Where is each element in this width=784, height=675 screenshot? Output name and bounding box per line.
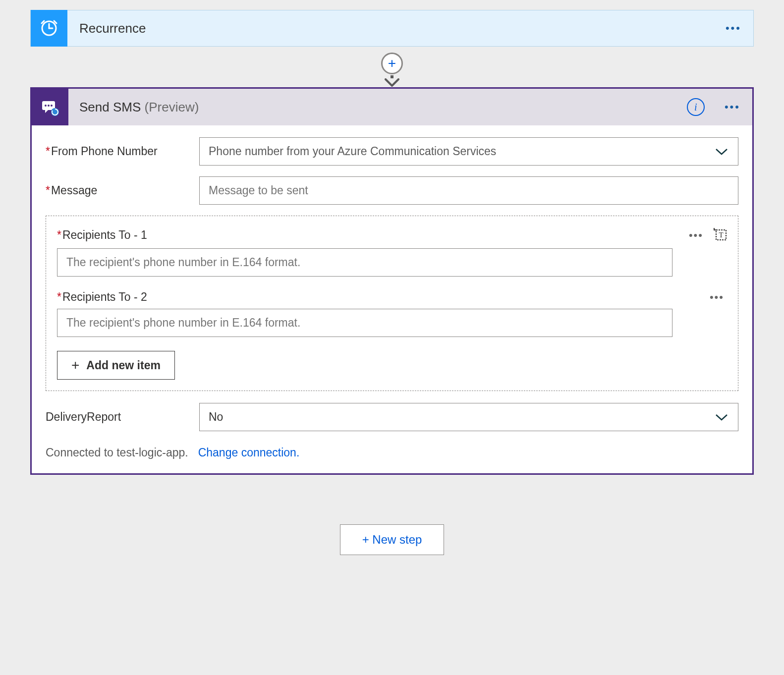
- connected-to-text: Connected to test-logic-app.: [46, 446, 188, 459]
- message-row: *Message: [46, 176, 738, 205]
- recurrence-title: Recurrence: [67, 21, 714, 36]
- send-sms-header[interactable]: Send SMS (Preview) i •••: [32, 89, 752, 125]
- connection-footer: Connected to test-logic-app. Change conn…: [46, 446, 738, 459]
- sms-icon-box: [32, 89, 68, 125]
- arrow-down-icon: [385, 78, 399, 87]
- from-phone-placeholder: Phone number from your Azure Communicati…: [209, 145, 496, 158]
- switch-array-icon[interactable]: T: [713, 227, 727, 243]
- chevron-down-icon: [715, 413, 728, 421]
- recipient-2-input[interactable]: [57, 309, 672, 337]
- recipient-2-label: *Recipients To - 2: [57, 290, 707, 304]
- change-connection-link[interactable]: Change connection.: [198, 446, 300, 459]
- delivery-report-row: DeliveryReport No: [46, 403, 738, 431]
- svg-point-8: [51, 105, 53, 107]
- new-step-wrap: + New step: [30, 524, 754, 555]
- from-phone-label: *From Phone Number: [46, 145, 199, 158]
- svg-text:T: T: [719, 231, 723, 239]
- message-label: *Message: [46, 184, 199, 197]
- send-sms-title: Send SMS (Preview): [68, 100, 687, 115]
- delivery-report-label: DeliveryReport: [46, 410, 199, 424]
- recipient-1-more-icon[interactable]: •••: [686, 229, 706, 242]
- sms-icon: [40, 97, 60, 117]
- send-sms-title-text: Send SMS: [79, 100, 141, 114]
- from-phone-select[interactable]: Phone number from your Azure Communicati…: [199, 137, 738, 166]
- info-icon[interactable]: i: [687, 98, 705, 116]
- recipient-item-2: *Recipients To - 2 •••: [57, 290, 727, 337]
- svg-point-7: [48, 105, 50, 107]
- recipient-2-more-icon[interactable]: •••: [707, 291, 727, 304]
- clock-recurrence-icon: [39, 18, 59, 38]
- chevron-down-icon: [715, 148, 728, 156]
- recurrence-icon-box: [31, 10, 67, 47]
- recipients-group: *Recipients To - 1 ••• T: [46, 216, 738, 391]
- delivery-report-select[interactable]: No: [199, 403, 738, 431]
- send-sms-body: *From Phone Number Phone number from you…: [32, 125, 752, 473]
- add-new-item-button[interactable]: + Add new item: [57, 351, 175, 380]
- svg-point-6: [45, 105, 47, 107]
- plus-icon: +: [71, 357, 79, 373]
- message-input[interactable]: [199, 176, 738, 205]
- connector: +: [30, 47, 754, 87]
- recurrence-more-icon[interactable]: •••: [714, 22, 753, 35]
- send-sms-more-icon[interactable]: •••: [713, 101, 752, 113]
- delivery-report-value: No: [209, 410, 223, 424]
- add-new-item-label: Add new item: [86, 359, 161, 372]
- recipient-1-label: *Recipients To - 1: [57, 228, 686, 242]
- send-sms-card: Send SMS (Preview) i ••• *From Phone Num…: [30, 87, 754, 475]
- recipient-item-1: *Recipients To - 1 ••• T: [57, 227, 727, 277]
- new-step-button[interactable]: + New step: [340, 524, 445, 555]
- send-sms-preview-label: (Preview): [145, 100, 199, 114]
- add-step-plus-button[interactable]: +: [381, 53, 403, 74]
- recipient-1-input[interactable]: [57, 248, 672, 277]
- from-phone-row: *From Phone Number Phone number from you…: [46, 137, 738, 166]
- recurrence-card[interactable]: Recurrence •••: [30, 10, 754, 47]
